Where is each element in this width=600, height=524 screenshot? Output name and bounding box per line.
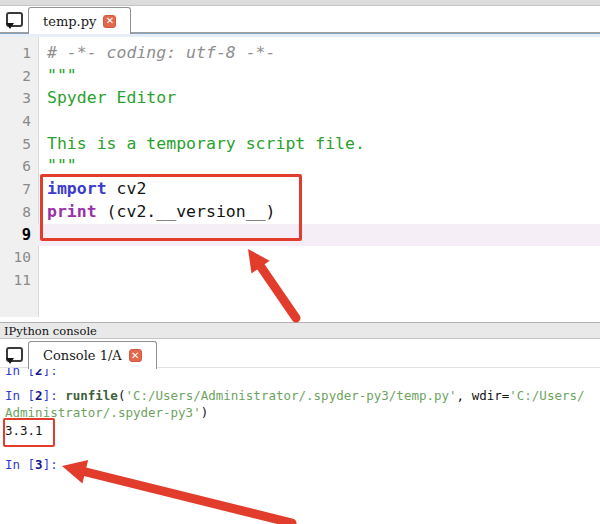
code-token: ) <box>201 405 209 420</box>
editor-line[interactable]: 4 <box>0 110 600 133</box>
code-line-text: This is a temporary script file. <box>38 133 600 156</box>
line-number: 4 <box>0 110 38 133</box>
code-token: ]: <box>43 368 58 378</box>
editor-line[interactable]: 10 <box>0 246 600 269</box>
code-token: 2 <box>35 368 43 378</box>
code-line-text: # -*- coding: utf-8 -*- <box>38 42 600 65</box>
annotation-box-output <box>3 418 55 447</box>
code-token: 3 <box>35 457 43 472</box>
code-token: In [ <box>5 368 35 378</box>
code-token: ]: <box>43 388 66 403</box>
code-token: This is a temporary script file. <box>47 134 365 153</box>
code-line-text <box>38 246 600 269</box>
spyder-window: temp.py ✕ 1# -*- coding: utf-8 -*-2"""3S… <box>0 0 600 524</box>
code-token: 'C:/Users/ <box>509 388 584 403</box>
editor-line[interactable]: 3Spyder Editor <box>0 87 600 110</box>
console-pane-title: IPython console <box>4 324 97 338</box>
code-line-text <box>38 269 600 292</box>
code-line-text <box>38 110 600 133</box>
line-number: 8 <box>0 201 38 224</box>
editor-line[interactable]: 11 <box>0 269 600 292</box>
code-line-text: Spyder Editor <box>38 87 600 110</box>
editor-line[interactable]: 5This is a temporary script file. <box>0 133 600 156</box>
code-token: 2 <box>35 388 43 403</box>
close-tab-icon[interactable]: ✕ <box>103 15 116 28</box>
console-output[interactable]: In [2]:In [2]: runfile('C:/Users/Adminis… <box>0 368 600 524</box>
code-token: ]: <box>43 457 58 472</box>
code-token: , wdir= <box>457 388 510 403</box>
console-tab-bar: Console 1/A ✕ <box>0 339 600 368</box>
line-number: 3 <box>0 87 38 110</box>
console-pane-header: IPython console <box>0 322 600 339</box>
line-number: 5 <box>0 133 38 156</box>
browse-tabs-icon[interactable] <box>6 347 23 362</box>
line-number: 1 <box>0 42 38 65</box>
code-token: 'C:/Users/Administrator/.spyder-py3/temp… <box>125 388 456 403</box>
close-tab-icon[interactable]: ✕ <box>129 349 142 362</box>
line-number: 2 <box>0 65 38 88</box>
console-line: In [2]: <box>5 368 58 379</box>
console-line: In [2]: runfile('C:/Users/Administrator/… <box>5 387 585 404</box>
line-number: 11 <box>0 269 38 292</box>
editor-line[interactable]: 2""" <box>0 65 600 88</box>
tab-label: Console 1/A <box>43 348 122 363</box>
code-token: """ <box>47 156 77 175</box>
editor-line[interactable]: 1# -*- coding: utf-8 -*- <box>0 42 600 65</box>
line-number: 6 <box>0 155 38 178</box>
tab-console-1a[interactable]: Console 1/A ✕ <box>28 341 157 369</box>
tab-label: temp.py <box>43 14 96 29</box>
code-token: In [ <box>5 457 35 472</box>
line-number: 7 <box>0 178 38 201</box>
code-token: In [ <box>5 388 35 403</box>
browse-tabs-icon[interactable] <box>6 12 23 27</box>
code-token: Spyder Editor <box>47 88 176 107</box>
editor-tab-bar: temp.py ✕ <box>0 6 600 33</box>
tab-temp-py[interactable]: temp.py ✕ <box>28 7 131 34</box>
line-number: 9 <box>0 224 38 247</box>
annotation-box-code <box>40 174 302 241</box>
code-line-text: """ <box>38 65 600 88</box>
code-token: # -*- coding: utf-8 -*- <box>47 43 275 62</box>
code-token: runfile <box>65 388 118 403</box>
console-line: In [3]: <box>5 456 58 473</box>
code-token: """ <box>47 66 77 85</box>
line-number: 10 <box>0 246 38 269</box>
